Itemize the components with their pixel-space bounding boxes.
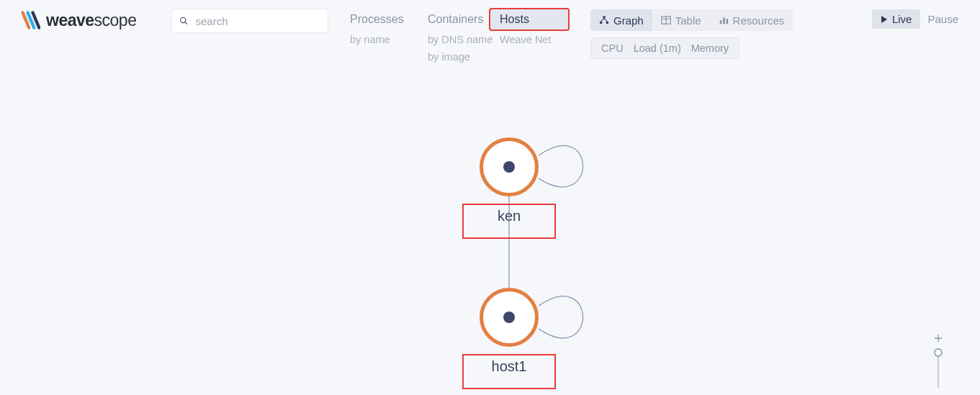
search-input[interactable] bbox=[194, 14, 321, 28]
topology-containers: Containers by DNS name by image bbox=[418, 9, 495, 65]
view-resources-label: Resources bbox=[733, 14, 785, 27]
node-host1[interactable]: host1 bbox=[480, 288, 539, 389]
resources-icon bbox=[719, 15, 729, 25]
graph-icon bbox=[599, 15, 609, 25]
svg-rect-11 bbox=[726, 19, 728, 24]
view-graph-label: Graph bbox=[613, 14, 644, 27]
svg-point-1 bbox=[181, 17, 186, 22]
view-resources[interactable]: Resources bbox=[710, 9, 794, 31]
svg-point-4 bbox=[600, 22, 603, 24]
tab-containers[interactable]: Containers bbox=[418, 9, 495, 30]
live-label: Live bbox=[892, 13, 912, 25]
table-icon bbox=[661, 15, 671, 25]
zoom-thumb[interactable] bbox=[934, 348, 943, 357]
view-graph[interactable]: Graph bbox=[590, 9, 652, 31]
node-label: host1 bbox=[462, 354, 556, 389]
brand-light: scope bbox=[94, 11, 137, 29]
node-dot-icon bbox=[503, 161, 515, 173]
tab-containers-by-image[interactable]: by image bbox=[418, 47, 495, 65]
metric-selector: CPU Load (1m) Memory bbox=[590, 37, 740, 59]
node-label: ken bbox=[462, 204, 556, 239]
svg-line-2 bbox=[185, 22, 187, 24]
node-ring bbox=[480, 137, 539, 196]
topology-processes: Processes by name bbox=[340, 9, 414, 47]
play-icon bbox=[881, 16, 888, 23]
topology-hosts: Hosts Weave Net bbox=[490, 9, 569, 47]
node-dot-icon bbox=[503, 312, 515, 323]
top-bar: weavescope Processes by name Containers … bbox=[0, 0, 980, 79]
weave-logo-icon bbox=[20, 10, 40, 30]
svg-rect-10 bbox=[723, 18, 725, 24]
brand-logo: weavescope bbox=[20, 10, 136, 30]
zoom-slider[interactable] bbox=[938, 352, 939, 388]
search-box[interactable] bbox=[171, 9, 328, 33]
time-controls: Live Pause bbox=[872, 9, 958, 29]
live-button[interactable]: Live bbox=[872, 9, 921, 29]
tab-processes[interactable]: Processes bbox=[340, 9, 414, 30]
metric-memory[interactable]: Memory bbox=[691, 42, 729, 54]
tab-containers-by-dns[interactable]: by DNS name bbox=[418, 30, 495, 47]
node-ring bbox=[480, 288, 539, 347]
metric-cpu[interactable]: CPU bbox=[601, 42, 624, 54]
tab-hosts[interactable]: Hosts bbox=[490, 9, 569, 30]
svg-point-3 bbox=[603, 16, 606, 19]
node-ken[interactable]: ken bbox=[480, 137, 539, 239]
view-mode-group: Graph Table Resources bbox=[590, 9, 793, 31]
pause-button[interactable]: Pause bbox=[927, 13, 958, 25]
view-table[interactable]: Table bbox=[652, 9, 710, 31]
brand-bold: weave bbox=[46, 11, 94, 29]
svg-point-5 bbox=[606, 22, 609, 24]
metric-load[interactable]: Load (1m) bbox=[634, 42, 681, 54]
zoom-in-button[interactable]: ＋ bbox=[931, 328, 945, 348]
tab-hosts-weavenet[interactable]: Weave Net bbox=[490, 30, 569, 47]
view-table-label: Table bbox=[675, 14, 701, 27]
svg-rect-9 bbox=[719, 20, 721, 24]
zoom-control: ＋ bbox=[931, 328, 945, 388]
tab-processes-by-name[interactable]: by name bbox=[340, 30, 414, 47]
search-icon bbox=[179, 16, 189, 26]
